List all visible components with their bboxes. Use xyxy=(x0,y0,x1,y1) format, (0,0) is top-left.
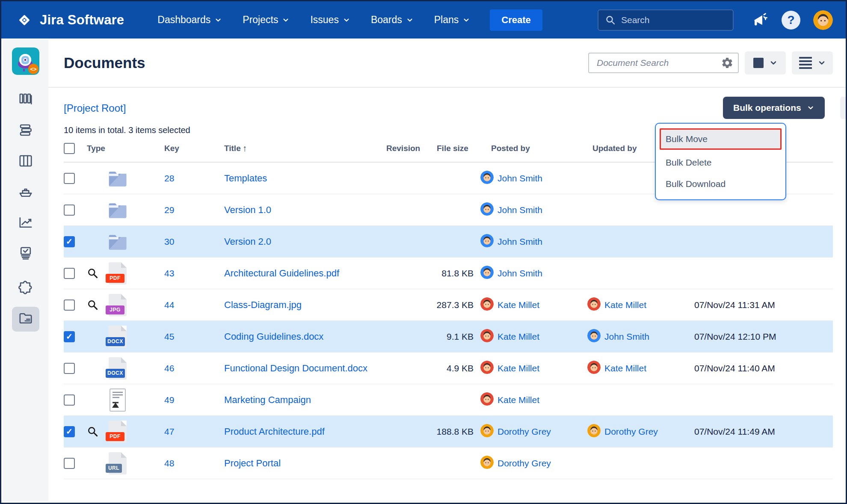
menu-item-bulk-delete[interactable]: Bulk Delete xyxy=(660,152,782,173)
title-link[interactable]: Functional Design Document.docx xyxy=(224,363,367,374)
row-checkbox[interactable] xyxy=(64,205,75,216)
column-header-file-size[interactable]: File size xyxy=(429,144,480,153)
user-link[interactable]: Kate Millet xyxy=(498,363,539,374)
chevron-down-icon xyxy=(282,16,290,24)
main-content: Documents [Project Root] 10 items in tot… xyxy=(48,39,846,479)
user-link[interactable]: Kate Millet xyxy=(498,395,539,405)
megaphone-icon[interactable] xyxy=(752,12,769,29)
jira-logo-icon[interactable] xyxy=(15,11,34,30)
menu-item-bulk-move[interactable]: Bulk Move xyxy=(660,128,782,150)
row-checkbox[interactable] xyxy=(64,173,75,184)
bulk-operations-label: Bulk operations xyxy=(733,103,801,113)
project-avatar[interactable]: <> xyxy=(12,47,39,75)
sidebar-item-book[interactable] xyxy=(12,88,39,113)
key-link[interactable]: 30 xyxy=(164,237,174,247)
document-search-input[interactable] xyxy=(597,58,721,68)
nav-menu-boards[interactable]: Boards xyxy=(371,14,414,26)
chevron-down-icon xyxy=(214,16,222,24)
preview-magnifier-icon[interactable] xyxy=(87,267,98,279)
preview-magnifier-icon[interactable] xyxy=(87,299,98,311)
column-header-revision[interactable]: Revision xyxy=(386,144,429,153)
title-link[interactable]: Product Architecture.pdf xyxy=(224,426,325,437)
search-settings-gear-icon[interactable] xyxy=(721,56,734,69)
select-all-checkbox[interactable] xyxy=(64,143,75,154)
add-button[interactable]: Add xyxy=(840,97,847,119)
sidebar-item-stack[interactable] xyxy=(12,119,39,143)
tile-view-icon xyxy=(753,58,764,68)
column-header-type[interactable]: Type xyxy=(87,144,164,153)
avatar xyxy=(587,424,601,437)
key-link[interactable]: 48 xyxy=(164,458,174,468)
title-link[interactable]: Class-Diagram.jpg xyxy=(224,299,302,311)
navbar-search-input[interactable]: Search xyxy=(598,9,734,31)
row-checkbox[interactable] xyxy=(64,299,75,311)
user-link[interactable]: John Smith xyxy=(604,332,649,342)
breadcrumb-project-root-link[interactable]: [Project Root] xyxy=(64,102,126,114)
nav-menu-issues[interactable]: Issues xyxy=(310,14,350,26)
updated-date: 07/Nov/24 12:10 PM xyxy=(694,332,833,342)
row-checkbox[interactable]: ✓ xyxy=(64,331,75,342)
row-checkbox[interactable] xyxy=(64,394,75,406)
key-link[interactable]: 28 xyxy=(164,173,174,184)
help-icon[interactable]: ? xyxy=(782,11,800,30)
menu-item-bulk-download[interactable]: Bulk Download xyxy=(660,173,782,195)
title-link[interactable]: Version 1.0 xyxy=(224,205,271,216)
jpg-file-type-icon: JPG xyxy=(107,293,128,317)
bulk-operations-button[interactable]: Bulk operations xyxy=(723,97,825,119)
title-link[interactable]: Coding Guidelines.docx xyxy=(224,331,323,342)
key-link[interactable]: 29 xyxy=(164,205,174,215)
title-link[interactable]: Marketing Campaign xyxy=(224,394,311,406)
sidebar-item-chart[interactable] xyxy=(12,211,39,236)
user-link[interactable]: John Smith xyxy=(498,173,542,184)
user-avatar[interactable] xyxy=(813,10,833,30)
nav-menu-dashboards[interactable]: Dashboards xyxy=(157,14,222,26)
list-view-icon xyxy=(799,57,812,69)
row-checkbox[interactable] xyxy=(64,268,75,279)
column-header-posted-by[interactable]: Posted by xyxy=(480,144,587,153)
tile-view-dropdown-button[interactable] xyxy=(745,51,786,74)
user-link[interactable]: Kate Millet xyxy=(604,300,646,310)
key-link[interactable]: 44 xyxy=(164,300,174,310)
title-link[interactable]: Templates xyxy=(224,173,267,184)
nav-menu-projects[interactable]: Projects xyxy=(243,14,290,26)
user-link[interactable]: John Smith xyxy=(498,205,542,215)
article-file-type-icon xyxy=(107,388,128,412)
row-checkbox[interactable] xyxy=(64,363,75,374)
user-link[interactable]: Kate Millet xyxy=(604,363,646,374)
user-link[interactable]: Kate Millet xyxy=(498,332,539,342)
user-link[interactable]: John Smith xyxy=(498,237,542,247)
column-header-title[interactable]: Title ↑ xyxy=(224,143,386,154)
sidebar-item-ship[interactable] xyxy=(12,180,39,205)
list-view-dropdown-button[interactable] xyxy=(792,51,833,74)
user-link[interactable]: Dorothy Grey xyxy=(604,427,658,437)
title-link[interactable]: Project Portal xyxy=(224,458,281,469)
page-title: Documents xyxy=(64,54,145,71)
user-link[interactable]: Dorothy Grey xyxy=(498,458,551,468)
row-checkbox[interactable] xyxy=(64,458,75,469)
sidebar-item-issues[interactable] xyxy=(12,242,39,267)
avatar xyxy=(480,266,494,279)
row-checkbox[interactable]: ✓ xyxy=(64,426,75,437)
row-checkbox[interactable]: ✓ xyxy=(64,236,75,247)
title-link[interactable]: Architectural Guidelines.pdf xyxy=(224,268,339,279)
user-link[interactable]: John Smith xyxy=(498,268,542,279)
preview-magnifier-icon[interactable] xyxy=(87,426,98,437)
key-link[interactable]: 45 xyxy=(164,332,174,342)
key-link[interactable]: 46 xyxy=(164,363,174,374)
john-avatar-icon xyxy=(480,202,494,217)
documents-folder-icon xyxy=(18,311,33,328)
key-link[interactable]: 49 xyxy=(164,395,174,405)
column-header-key[interactable]: Key xyxy=(164,144,224,153)
sidebar-item-documents-folder[interactable] xyxy=(12,307,39,332)
key-link[interactable]: 47 xyxy=(164,427,174,437)
nav-menu-plans[interactable]: Plans xyxy=(434,14,471,26)
kate-avatar-icon xyxy=(587,297,601,312)
key-link[interactable]: 43 xyxy=(164,268,174,279)
create-button[interactable]: Create xyxy=(490,9,542,31)
folder-icon xyxy=(107,230,128,254)
title-link[interactable]: Version 2.0 xyxy=(224,236,271,247)
sidebar-item-board-columns[interactable] xyxy=(12,149,39,174)
user-link[interactable]: Dorothy Grey xyxy=(498,427,551,437)
user-link[interactable]: Kate Millet xyxy=(498,300,539,310)
sidebar-item-puzzle[interactable] xyxy=(12,276,39,301)
